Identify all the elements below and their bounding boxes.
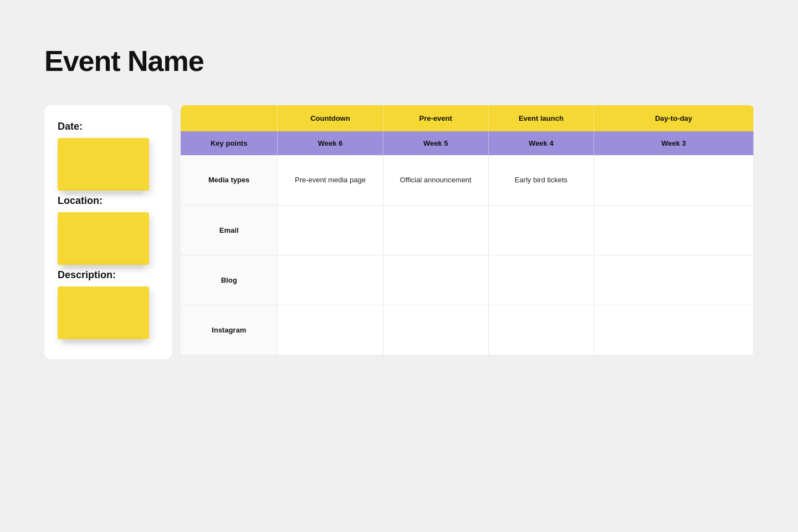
subheader-key-points: Key points: [181, 131, 278, 155]
description-label: Description:: [58, 269, 158, 281]
header-pre-event: Pre-event: [383, 105, 488, 131]
description-field-group: Description:: [58, 269, 158, 339]
description-sticky-note[interactable]: [58, 287, 149, 339]
cell-blog-day-to-day[interactable]: [594, 255, 754, 305]
cell-media-day-to-day[interactable]: [594, 155, 754, 205]
table-wrapper: Countdown Pre-event Event launch Day-to-…: [181, 105, 754, 355]
header-day-to-day: Day-to-day: [594, 105, 754, 131]
date-sticky-note[interactable]: [58, 138, 149, 191]
right-panel: Countdown Pre-event Event launch Day-to-…: [181, 105, 754, 355]
header-empty: [181, 105, 278, 131]
cell-instagram-day-to-day[interactable]: [594, 305, 754, 355]
schedule-table: Countdown Pre-event Event launch Day-to-…: [181, 105, 754, 355]
cell-media-countdown[interactable]: Pre-event media page: [278, 155, 383, 205]
subheader-week6: Week 6: [278, 131, 383, 155]
table-row: Email: [181, 205, 754, 255]
cell-email-event-launch[interactable]: [488, 205, 594, 255]
page-title: Event Name: [44, 44, 754, 78]
cell-instagram-countdown[interactable]: [278, 305, 383, 355]
header-event-launch: Event launch: [488, 105, 594, 131]
location-field-group: Location:: [58, 195, 158, 265]
table-header-row-1: Countdown Pre-event Event launch Day-to-…: [181, 105, 754, 131]
subheader-week4: Week 4: [488, 131, 594, 155]
left-panel: Date: Location: Description:: [44, 105, 172, 359]
date-field-group: Date:: [58, 121, 158, 191]
cell-media-pre-event[interactable]: Official announcement: [383, 155, 488, 205]
table-row: Instagram: [181, 305, 754, 355]
page-container: Event Name Date: Location: Description:: [0, 0, 798, 403]
subheader-week3: Week 3: [594, 131, 754, 155]
cell-instagram-pre-event[interactable]: [383, 305, 488, 355]
row-label-blog: Blog: [181, 255, 278, 305]
date-label: Date:: [58, 121, 158, 132]
row-label-media-types: Media types: [181, 155, 278, 205]
location-label: Location:: [58, 195, 158, 207]
row-label-instagram: Instagram: [181, 305, 278, 355]
cell-blog-countdown[interactable]: [278, 255, 383, 305]
cell-email-day-to-day[interactable]: [594, 205, 754, 255]
cell-email-pre-event[interactable]: [383, 205, 488, 255]
cell-email-countdown[interactable]: [278, 205, 383, 255]
cell-blog-event-launch[interactable]: [488, 255, 594, 305]
table-row: Blog: [181, 255, 754, 305]
location-sticky-note[interactable]: [58, 212, 149, 265]
cell-blog-pre-event[interactable]: [383, 255, 488, 305]
cell-instagram-event-launch[interactable]: [488, 305, 594, 355]
main-content: Date: Location: Description:: [44, 105, 754, 359]
header-countdown: Countdown: [278, 105, 383, 131]
table-header-row-2: Key points Week 6 Week 5 Week 4 Week 3: [181, 131, 754, 155]
table-row: Media types Pre-event media page Officia…: [181, 155, 754, 205]
row-label-email: Email: [181, 205, 278, 255]
cell-media-event-launch[interactable]: Early bird tickets: [488, 155, 594, 205]
subheader-week5: Week 5: [383, 131, 488, 155]
